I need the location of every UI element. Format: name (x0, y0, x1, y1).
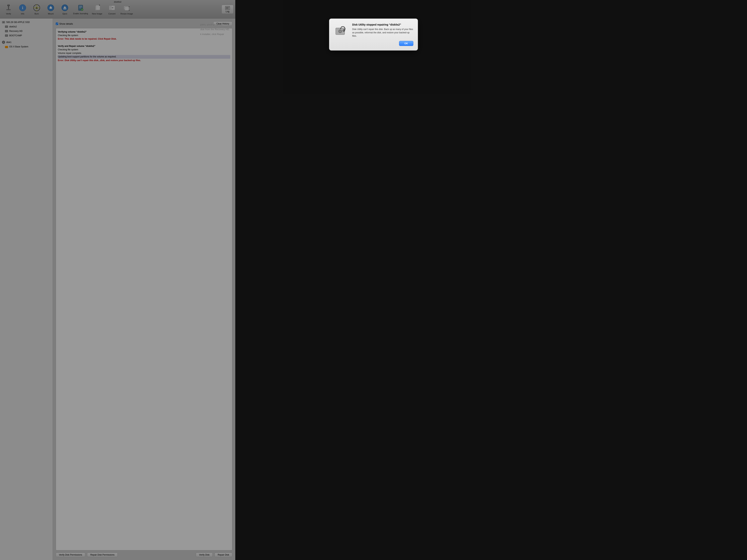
modal-overlay: Disk Utility stopped repairing “disk0s2”… (0, 0, 235, 560)
